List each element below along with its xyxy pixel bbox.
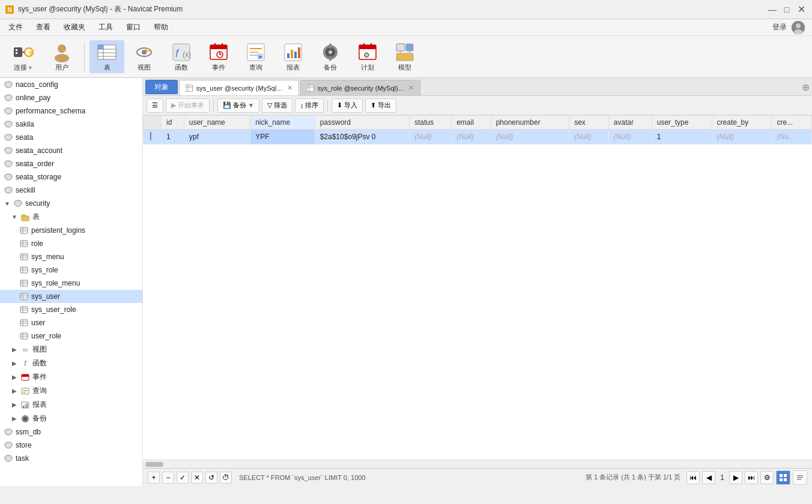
form-view-button[interactable]	[793, 470, 807, 485]
minimize-button[interactable]: —	[766, 4, 778, 16]
th-phonenumber[interactable]: phonenumber	[491, 116, 569, 130]
menu-file[interactable]: 文件	[2, 20, 29, 34]
begin-trans-button[interactable]: ▶ 开始事务	[166, 98, 210, 113]
export-button[interactable]: ⬆ 导出	[365, 98, 396, 113]
prev-page-button[interactable]: ◀	[702, 471, 715, 484]
sidebar-item-role[interactable]: role	[0, 237, 142, 250]
sidebar-item-sys-user[interactable]: sys_user	[0, 290, 142, 303]
func-tool[interactable]: f (x) 函数	[164, 40, 199, 73]
sidebar-item-persistent-logins[interactable]: persistent_logins	[0, 224, 142, 237]
th-nick-name[interactable]: nick_name	[250, 116, 315, 130]
report-tool[interactable]: 报表	[276, 40, 311, 73]
th-user-type[interactable]: user_type	[652, 116, 712, 130]
sidebar-item-funcs-folder[interactable]: ▶ f 函数	[0, 356, 142, 370]
model-tool[interactable]: 模型	[387, 40, 422, 73]
svg-rect-100	[20, 320, 28, 326]
sidebar-item-ssm-db[interactable]: ssm_db	[0, 425, 142, 439]
user-tool[interactable]: 用户	[44, 40, 79, 73]
sidebar-item-sys-role[interactable]: sys_role	[0, 263, 142, 277]
delete-row-button[interactable]: −	[162, 472, 174, 484]
th-id[interactable]: id	[162, 116, 184, 130]
svg-point-22	[147, 49, 149, 51]
th-user-name[interactable]: user_name	[184, 116, 250, 130]
add-row-button[interactable]: +	[148, 472, 160, 484]
th-password[interactable]: password	[315, 116, 409, 130]
th-status[interactable]: status	[409, 116, 451, 130]
sidebar-item-seata-account[interactable]: seata_account	[0, 144, 142, 157]
table-row[interactable]: 1 ypf YPF $2a$10$o9jPsv 0 (Null) (Null) …	[144, 130, 812, 145]
sort-button[interactable]: ↕ 排序	[295, 98, 324, 113]
timer-button[interactable]: ⏱	[220, 472, 232, 484]
sidebar-item-tables-folder[interactable]: ▼ 表	[0, 210, 142, 224]
sidebar-item-seata-storage[interactable]: seata_storage	[0, 170, 142, 184]
sidebar-item-online-pay[interactable]: online_pay	[0, 91, 142, 104]
menu-button[interactable]: ☰	[147, 98, 163, 113]
sidebar-item-performance-schema[interactable]: performance_schema	[0, 104, 142, 118]
th-create-by[interactable]: create_by	[712, 116, 772, 130]
sys-role-tab-close[interactable]: ✕	[408, 84, 414, 92]
sidebar-item-sakila[interactable]: sakila	[0, 118, 142, 131]
action-divider-1	[213, 100, 214, 112]
th-row-num[interactable]	[144, 116, 162, 130]
sidebar-item-sys-role-menu[interactable]: sys_role_menu	[0, 277, 142, 290]
next-page-button[interactable]: ▶	[729, 471, 742, 484]
sidebar-item-seckill[interactable]: seckill	[0, 184, 142, 197]
close-button[interactable]: ✕	[795, 4, 807, 16]
sys-user-tab[interactable]: sys_user @security (MySql) ... ✕	[179, 80, 299, 95]
first-page-button[interactable]: ⏮	[686, 471, 700, 484]
sidebar-item-user[interactable]: user	[0, 316, 142, 329]
import-icon: ⬇	[337, 101, 342, 109]
view-tool[interactable]: 视图	[127, 40, 162, 73]
sidebar-item-reports-folder[interactable]: ▶ 报表	[0, 398, 142, 412]
sidebar-item-task[interactable]: task	[0, 452, 142, 465]
horizontal-scrollbar[interactable]	[145, 462, 163, 467]
connect-tool[interactable]: ⚡ 连接▼	[5, 40, 42, 73]
menu-help[interactable]: 帮助	[148, 20, 174, 34]
sidebar-item-store[interactable]: store	[0, 439, 142, 452]
table-tool[interactable]: 表	[89, 40, 124, 73]
sidebar-item-views-folder[interactable]: ▶ ∞ 视图	[0, 343, 142, 356]
sidebar-item-seata[interactable]: seata	[0, 131, 142, 144]
backup-tool[interactable]: 备份	[313, 40, 348, 73]
discard-button[interactable]: ✕	[191, 472, 203, 484]
user-avatar[interactable]	[792, 21, 805, 34]
maximize-button[interactable]: □	[781, 4, 793, 16]
sidebar-item-seata-order[interactable]: seata_order	[0, 157, 142, 170]
db-icon-7	[4, 159, 13, 169]
filter-button[interactable]: ▽ 筛选	[262, 98, 292, 113]
schedule-tool[interactable]: ⚙ 计划	[350, 40, 385, 73]
last-page-button[interactable]: ⏭	[745, 471, 758, 484]
sidebar-item-sys-user-role[interactable]: sys_user_role	[0, 303, 142, 316]
import-button[interactable]: ⬇ 导入	[332, 98, 363, 113]
query-tool[interactable]: ▶ 查询	[238, 40, 273, 73]
th-email[interactable]: email	[452, 116, 491, 130]
menu-favorites[interactable]: 收藏夹	[58, 20, 91, 34]
th-avatar[interactable]: avatar	[608, 116, 652, 130]
sidebar-item-user-role[interactable]: user_role	[0, 329, 142, 343]
sidebar-item-queries-folder[interactable]: ▶ 查询	[0, 384, 142, 398]
events-icon	[20, 373, 30, 382]
th-sex[interactable]: sex	[569, 116, 608, 130]
login-button[interactable]: 登录	[772, 22, 787, 32]
backup-button[interactable]: 💾 备份 ▼	[217, 98, 259, 113]
export-icon: ⬆	[371, 101, 376, 109]
sys-user-tab-close[interactable]: ✕	[287, 84, 292, 92]
th-cre[interactable]: cre...	[772, 116, 812, 130]
sidebar-item-security[interactable]: ▼ security	[0, 197, 142, 210]
objects-tab[interactable]: 对象	[145, 80, 178, 94]
menu-view[interactable]: 查看	[30, 20, 56, 34]
sidebar-item-events-folder[interactable]: ▶ 事件	[0, 370, 142, 384]
sidebar-item-backups-folder[interactable]: ▶ 备份	[0, 412, 142, 425]
add-tab-button[interactable]: ⊕	[802, 82, 810, 93]
event-tool[interactable]: 事件	[201, 40, 236, 73]
settings-button[interactable]: ⚙	[760, 471, 774, 484]
refresh-button[interactable]: ↺	[205, 472, 217, 484]
svg-rect-109	[22, 374, 29, 377]
menu-window[interactable]: 窗口	[120, 20, 147, 34]
grid-view-button[interactable]	[776, 470, 790, 485]
apply-button[interactable]: ✓	[177, 472, 189, 484]
sidebar-item-nacos-config[interactable]: nacos_config	[0, 78, 142, 91]
menu-tools[interactable]: 工具	[92, 20, 119, 34]
sys-role-tab[interactable]: sys_role @security (MySql) -... ✕	[300, 80, 420, 95]
sidebar-item-sys-menu[interactable]: sys_menu	[0, 250, 142, 263]
